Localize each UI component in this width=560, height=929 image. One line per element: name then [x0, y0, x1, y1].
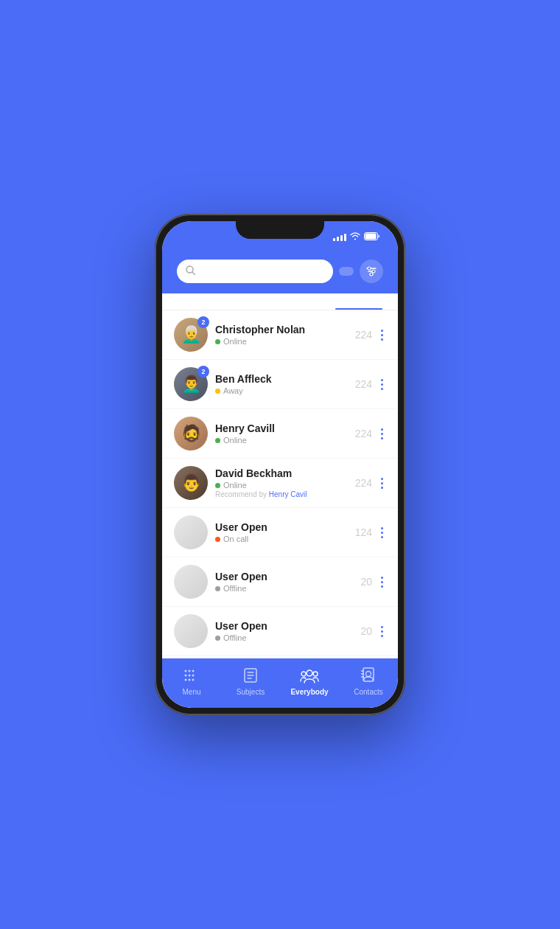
notification-badge: 2	[197, 316, 209, 328]
svg-point-14	[189, 675, 191, 677]
person-count: 224	[355, 428, 372, 439]
person-status-text: Offline	[223, 584, 247, 593]
more-button[interactable]	[378, 575, 386, 589]
more-button[interactable]	[378, 476, 386, 490]
avatar	[174, 515, 208, 549]
list-item[interactable]: 👨‍🦳 2 Christopher Nolan Online 224	[162, 310, 398, 360]
menu-icon	[182, 666, 201, 685]
svg-point-23	[307, 670, 312, 676]
svg-point-18	[192, 679, 195, 681]
nav-label: Contacts	[354, 688, 382, 696]
list-item[interactable]: 👨‍🦱 2 Ben Affleck Away 224	[162, 360, 398, 409]
svg-point-15	[192, 675, 195, 677]
notch	[236, 221, 324, 239]
person-count: 124	[355, 526, 372, 538]
list-item[interactable]: 🧔 Henry Cavill Online 224	[162, 409, 398, 459]
person-name: David Beckham	[215, 467, 348, 479]
person-status-text: Online	[223, 481, 247, 490]
person-info: David Beckham Online Recommend by Henry …	[208, 467, 355, 498]
more-button[interactable]	[378, 526, 386, 540]
people-list: 👨‍🦳 2 Christopher Nolan Online 224 👨‍🦱 2	[162, 310, 398, 658]
person-name: Ben Affleck	[215, 373, 348, 385]
phone-screen: 👨‍🦳 2 Christopher Nolan Online 224 👨‍🦱 2	[162, 221, 398, 708]
person-status-text: Offline	[223, 633, 247, 642]
svg-point-25	[313, 672, 318, 676]
svg-point-24	[301, 672, 306, 676]
recommended-text: Recommend by Henry Cavil	[215, 490, 348, 498]
person-count: 224	[355, 378, 372, 390]
person-status-row: On call	[215, 535, 348, 543]
person-name: Christopher Nolan	[215, 324, 348, 335]
person-name: User Open	[215, 521, 348, 533]
svg-point-16	[185, 679, 187, 681]
tab-discussed[interactable]	[162, 293, 241, 310]
person-count: 224	[355, 477, 372, 489]
list-item[interactable]: User Open On call 124	[162, 508, 398, 557]
search-row	[177, 260, 383, 283]
svg-rect-26	[363, 668, 374, 681]
svg-point-12	[192, 670, 195, 672]
more-button[interactable]	[378, 377, 386, 392]
person-status-text: Away	[223, 386, 243, 395]
search-container[interactable]	[177, 260, 333, 283]
status-dot	[215, 483, 220, 488]
person-status-text: Online	[223, 337, 247, 346]
avatar: 🧔	[174, 417, 208, 450]
status-icons	[333, 232, 380, 242]
status-dot	[215, 586, 220, 591]
nav-item-contacts[interactable]: Contacts	[339, 666, 398, 696]
header-banner	[162, 248, 398, 293]
nav-label: Subjects	[237, 688, 265, 696]
avatar: 👨‍🦱 2	[174, 367, 208, 401]
nav-item-subjects[interactable]: Subjects	[221, 666, 280, 696]
person-name: User Open	[215, 571, 353, 582]
status-dot	[215, 537, 220, 542]
status-dot	[215, 389, 220, 394]
tab-subject-discussed[interactable]	[319, 293, 398, 310]
phone-frame: 👨‍🦳 2 Christopher Nolan Online 224 👨‍🦱 2	[155, 214, 405, 715]
wifi-icon	[350, 232, 360, 242]
tabs-row	[162, 293, 398, 310]
reset-filter-button[interactable]	[339, 267, 354, 276]
person-count: 20	[360, 625, 372, 637]
everybody-icon	[300, 666, 319, 685]
battery-icon	[364, 232, 380, 242]
tab-people-in-common[interactable]	[241, 293, 320, 310]
more-button[interactable]	[378, 427, 386, 441]
status-dot	[215, 339, 220, 344]
avatar: 👨	[174, 466, 208, 500]
person-status-row: Online	[215, 436, 348, 445]
signal-icon	[333, 232, 346, 241]
nav-label: Everybody	[290, 688, 328, 696]
svg-point-9	[370, 273, 373, 276]
person-status-text: On call	[223, 535, 248, 543]
person-info: User Open Offline	[208, 571, 360, 593]
person-info: Christopher Nolan Online	[208, 324, 355, 346]
svg-rect-1	[365, 233, 377, 239]
more-button[interactable]	[378, 624, 386, 639]
person-info: User Open Offline	[208, 620, 360, 642]
svg-point-13	[185, 675, 187, 677]
svg-point-11	[189, 670, 191, 672]
list-item[interactable]: 👨 David Beckham Online Recommend by Henr…	[162, 459, 398, 508]
subjects-icon	[241, 666, 260, 685]
nav-item-everybody[interactable]: Everybody	[280, 666, 339, 696]
svg-point-27	[366, 672, 371, 677]
nav-item-menu[interactable]: Menu	[162, 666, 221, 696]
bottom-nav: Menu Subjects Everybody Contacts	[162, 658, 398, 708]
person-name: Henry Cavill	[215, 422, 348, 434]
search-icon	[186, 265, 195, 278]
svg-point-10	[185, 670, 187, 672]
list-item[interactable]: User Open Offline 20	[162, 557, 398, 607]
svg-point-17	[189, 679, 191, 681]
person-count: 20	[360, 576, 372, 588]
person-info: Ben Affleck Away	[208, 373, 355, 395]
svg-point-7	[368, 267, 371, 270]
person-status-row: Online	[215, 481, 348, 490]
more-button[interactable]	[378, 328, 386, 342]
svg-point-8	[372, 270, 375, 273]
svg-line-3	[192, 272, 195, 275]
avatar: 👨‍🦳 2	[174, 318, 208, 352]
list-item[interactable]: User Open Offline 20	[162, 607, 398, 656]
filter-icon-button[interactable]	[360, 260, 383, 283]
